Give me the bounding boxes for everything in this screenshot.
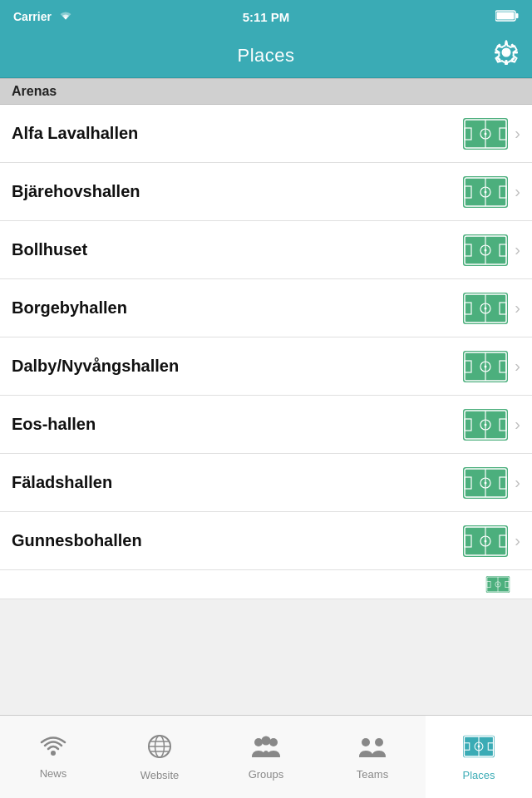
list-item-right: ›	[463, 467, 520, 499]
svg-rect-7	[495, 52, 499, 54]
svg-point-38	[485, 307, 487, 309]
header: Places	[0, 33, 532, 78]
svg-point-73	[497, 584, 499, 585]
svg-point-24	[485, 190, 487, 193]
list-item[interactable]: Borgebyhallen ›	[0, 279, 532, 337]
field-icon	[463, 234, 508, 266]
list-item[interactable]: Alfa Lavalhallen ›	[0, 105, 532, 163]
svg-rect-1	[516, 13, 519, 18]
places-icon	[463, 733, 495, 766]
section-header-arenas: Arenas	[0, 78, 532, 105]
tab-groups[interactable]: Groups	[213, 716, 319, 798]
tab-bar: News Website Groups	[0, 715, 532, 798]
field-icon	[463, 176, 508, 208]
carrier-label: Carrier	[13, 10, 52, 23]
battery-icon	[495, 10, 519, 24]
wifi-icon	[58, 10, 73, 24]
list-item[interactable]: Bollhuset ›	[0, 221, 532, 279]
chevron-right-icon: ›	[515, 240, 520, 259]
arena-name: Bollhuset	[12, 240, 87, 259]
tab-website[interactable]: Website	[106, 716, 213, 798]
tab-teams-label: Teams	[357, 768, 388, 781]
chevron-right-icon: ›	[515, 473, 520, 492]
list-item-right: ›	[463, 525, 520, 557]
tab-teams[interactable]: Teams	[319, 716, 426, 798]
svg-point-66	[485, 539, 487, 542]
status-bar-time: 5:11 PM	[243, 10, 290, 24]
arena-name: Eos-hallen	[12, 415, 96, 434]
teams-icon	[357, 734, 387, 765]
list-item-right: ›	[463, 118, 520, 150]
svg-point-76	[51, 751, 56, 756]
svg-point-91	[478, 745, 480, 747]
svg-point-83	[262, 736, 271, 745]
chevron-right-icon: ›	[515, 357, 520, 376]
news-icon	[40, 735, 66, 764]
tab-groups-label: Groups	[249, 768, 284, 781]
list-item[interactable]: Fäladshallen ›	[0, 454, 532, 512]
tab-places[interactable]: Places	[426, 716, 532, 798]
field-icon	[463, 293, 508, 324]
chevron-right-icon: ›	[515, 531, 520, 550]
list-item-right: ›	[463, 234, 520, 266]
field-icon	[463, 467, 508, 499]
content-area: Arenas Alfa Lavalhallen › Bjärehov	[0, 78, 532, 715]
svg-point-45	[485, 365, 487, 367]
tab-website-label: Website	[140, 769, 180, 781]
arena-name: Gunnesbohallen	[12, 531, 142, 550]
list-item[interactable]: Dalby/Nyvångshallen ›	[0, 337, 532, 396]
svg-point-52	[485, 423, 487, 426]
website-icon	[146, 733, 173, 766]
svg-point-85	[362, 738, 370, 746]
chevron-right-icon: ›	[515, 415, 520, 434]
chevron-right-icon: ›	[515, 124, 520, 143]
chevron-right-icon: ›	[515, 182, 520, 201]
arena-name: Dalby/Nyvångshallen	[12, 357, 179, 376]
svg-point-86	[375, 738, 383, 746]
svg-rect-2	[497, 12, 515, 19]
svg-point-82	[254, 738, 263, 746]
list-item-right: ›	[463, 293, 520, 324]
list-item-right: ›	[463, 409, 520, 441]
field-icon	[463, 525, 508, 557]
list-item-partial[interactable]	[0, 570, 532, 599]
field-icon	[463, 118, 508, 150]
status-bar-left: Carrier	[13, 10, 73, 24]
field-icon	[463, 409, 508, 441]
tab-news-label: News	[40, 767, 67, 780]
list-item-right: ›	[463, 176, 520, 208]
svg-rect-8	[514, 52, 518, 54]
svg-point-31	[485, 249, 487, 251]
arena-name: Bjärehovshallen	[12, 182, 140, 201]
field-icon	[463, 351, 508, 382]
svg-rect-5	[505, 41, 508, 45]
svg-rect-6	[505, 60, 508, 64]
arena-name: Fäladshallen	[12, 473, 112, 492]
list-item[interactable]: Bjärehovshallen ›	[0, 163, 532, 221]
arena-name: Alfa Lavalhallen	[12, 124, 138, 143]
status-bar: Carrier 5:11 PM	[0, 0, 532, 33]
arenas-list: Alfa Lavalhallen › Bjärehovshallen	[0, 105, 532, 599]
list-item-right	[475, 576, 520, 593]
list-item[interactable]: Gunnesbohallen ›	[0, 512, 532, 570]
tab-news[interactable]: News	[0, 716, 106, 798]
list-item-right: ›	[463, 351, 520, 382]
arena-name: Borgebyhallen	[12, 298, 127, 318]
page-title: Places	[237, 45, 294, 66]
settings-button[interactable]	[494, 40, 519, 71]
field-icon	[475, 576, 520, 593]
svg-point-59	[485, 481, 487, 484]
chevron-right-icon: ›	[515, 298, 520, 318]
tab-places-label: Places	[462, 769, 495, 781]
list-item[interactable]: Eos-hallen ›	[0, 396, 532, 454]
svg-point-17	[485, 132, 487, 135]
svg-point-84	[269, 738, 278, 746]
status-bar-right	[495, 10, 519, 24]
groups-icon	[250, 734, 282, 765]
